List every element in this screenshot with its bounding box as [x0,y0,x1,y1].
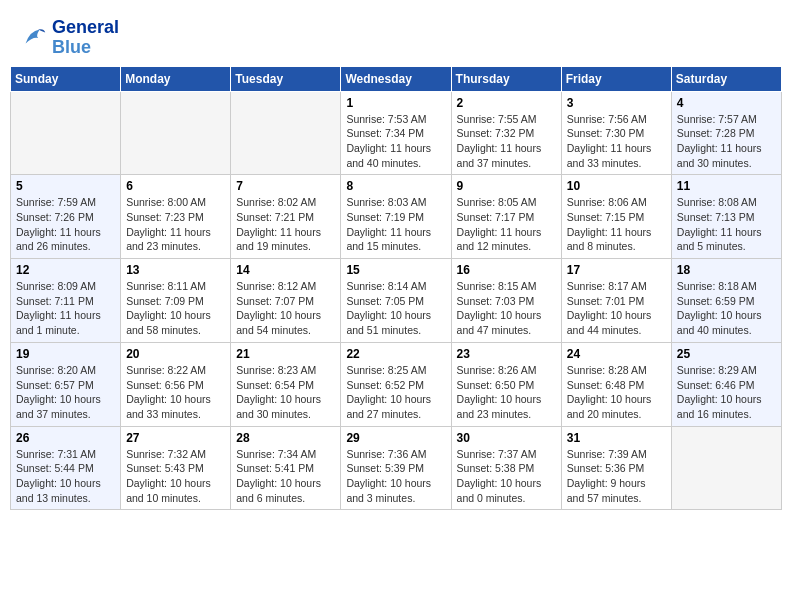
calendar-cell [671,426,781,510]
day-number: 15 [346,263,445,277]
day-number: 13 [126,263,225,277]
calendar-cell: 12Sunrise: 8:09 AMSunset: 7:11 PMDayligh… [11,259,121,343]
day-number: 2 [457,96,556,110]
day-info: Sunrise: 8:09 AMSunset: 7:11 PMDaylight:… [16,279,115,338]
calendar-cell [231,91,341,175]
day-number: 4 [677,96,776,110]
day-info: Sunrise: 7:37 AMSunset: 5:38 PMDaylight:… [457,447,556,506]
calendar-cell: 1Sunrise: 7:53 AMSunset: 7:34 PMDaylight… [341,91,451,175]
calendar-cell: 4Sunrise: 7:57 AMSunset: 7:28 PMDaylight… [671,91,781,175]
day-info: Sunrise: 8:06 AMSunset: 7:15 PMDaylight:… [567,195,666,254]
calendar-cell: 19Sunrise: 8:20 AMSunset: 6:57 PMDayligh… [11,342,121,426]
day-info: Sunrise: 8:28 AMSunset: 6:48 PMDaylight:… [567,363,666,422]
day-number: 10 [567,179,666,193]
calendar-cell: 5Sunrise: 7:59 AMSunset: 7:26 PMDaylight… [11,175,121,259]
day-number: 8 [346,179,445,193]
logo: General Blue [20,18,119,58]
day-info: Sunrise: 7:53 AMSunset: 7:34 PMDaylight:… [346,112,445,171]
day-info: Sunrise: 7:34 AMSunset: 5:41 PMDaylight:… [236,447,335,506]
day-info: Sunrise: 8:22 AMSunset: 6:56 PMDaylight:… [126,363,225,422]
calendar-cell: 31Sunrise: 7:39 AMSunset: 5:36 PMDayligh… [561,426,671,510]
weekday-header-friday: Friday [561,66,671,91]
weekday-header-sunday: Sunday [11,66,121,91]
calendar-cell: 16Sunrise: 8:15 AMSunset: 7:03 PMDayligh… [451,259,561,343]
day-number: 22 [346,347,445,361]
day-number: 5 [16,179,115,193]
calendar-cell: 2Sunrise: 7:55 AMSunset: 7:32 PMDaylight… [451,91,561,175]
day-info: Sunrise: 7:36 AMSunset: 5:39 PMDaylight:… [346,447,445,506]
day-info: Sunrise: 7:56 AMSunset: 7:30 PMDaylight:… [567,112,666,171]
day-number: 6 [126,179,225,193]
day-number: 24 [567,347,666,361]
calendar-cell: 23Sunrise: 8:26 AMSunset: 6:50 PMDayligh… [451,342,561,426]
calendar-cell: 11Sunrise: 8:08 AMSunset: 7:13 PMDayligh… [671,175,781,259]
weekday-header-saturday: Saturday [671,66,781,91]
day-info: Sunrise: 8:29 AMSunset: 6:46 PMDaylight:… [677,363,776,422]
day-info: Sunrise: 7:39 AMSunset: 5:36 PMDaylight:… [567,447,666,506]
day-info: Sunrise: 8:05 AMSunset: 7:17 PMDaylight:… [457,195,556,254]
calendar-week-2: 5Sunrise: 7:59 AMSunset: 7:26 PMDaylight… [11,175,782,259]
calendar-table: SundayMondayTuesdayWednesdayThursdayFrid… [10,66,782,511]
calendar-cell: 7Sunrise: 8:02 AMSunset: 7:21 PMDaylight… [231,175,341,259]
day-number: 30 [457,431,556,445]
day-info: Sunrise: 8:11 AMSunset: 7:09 PMDaylight:… [126,279,225,338]
logo-text: General Blue [52,18,119,58]
weekday-header-monday: Monday [121,66,231,91]
day-number: 16 [457,263,556,277]
day-info: Sunrise: 7:57 AMSunset: 7:28 PMDaylight:… [677,112,776,171]
day-number: 29 [346,431,445,445]
day-number: 20 [126,347,225,361]
calendar-cell: 27Sunrise: 7:32 AMSunset: 5:43 PMDayligh… [121,426,231,510]
day-info: Sunrise: 8:12 AMSunset: 7:07 PMDaylight:… [236,279,335,338]
calendar-cell: 9Sunrise: 8:05 AMSunset: 7:17 PMDaylight… [451,175,561,259]
calendar-cell: 14Sunrise: 8:12 AMSunset: 7:07 PMDayligh… [231,259,341,343]
calendar-cell: 25Sunrise: 8:29 AMSunset: 6:46 PMDayligh… [671,342,781,426]
day-info: Sunrise: 8:14 AMSunset: 7:05 PMDaylight:… [346,279,445,338]
calendar-cell: 15Sunrise: 8:14 AMSunset: 7:05 PMDayligh… [341,259,451,343]
weekday-header-tuesday: Tuesday [231,66,341,91]
day-info: Sunrise: 7:59 AMSunset: 7:26 PMDaylight:… [16,195,115,254]
calendar-cell: 6Sunrise: 8:00 AMSunset: 7:23 PMDaylight… [121,175,231,259]
calendar-week-3: 12Sunrise: 8:09 AMSunset: 7:11 PMDayligh… [11,259,782,343]
calendar-cell: 29Sunrise: 7:36 AMSunset: 5:39 PMDayligh… [341,426,451,510]
calendar-cell: 26Sunrise: 7:31 AMSunset: 5:44 PMDayligh… [11,426,121,510]
calendar-cell [11,91,121,175]
day-info: Sunrise: 8:08 AMSunset: 7:13 PMDaylight:… [677,195,776,254]
day-number: 11 [677,179,776,193]
day-number: 21 [236,347,335,361]
day-info: Sunrise: 8:26 AMSunset: 6:50 PMDaylight:… [457,363,556,422]
day-info: Sunrise: 8:03 AMSunset: 7:19 PMDaylight:… [346,195,445,254]
day-number: 9 [457,179,556,193]
day-number: 25 [677,347,776,361]
day-number: 7 [236,179,335,193]
calendar-cell: 24Sunrise: 8:28 AMSunset: 6:48 PMDayligh… [561,342,671,426]
day-number: 1 [346,96,445,110]
day-info: Sunrise: 8:25 AMSunset: 6:52 PMDaylight:… [346,363,445,422]
day-info: Sunrise: 8:18 AMSunset: 6:59 PMDaylight:… [677,279,776,338]
calendar-cell: 3Sunrise: 7:56 AMSunset: 7:30 PMDaylight… [561,91,671,175]
day-info: Sunrise: 8:23 AMSunset: 6:54 PMDaylight:… [236,363,335,422]
day-info: Sunrise: 7:31 AMSunset: 5:44 PMDaylight:… [16,447,115,506]
calendar-cell: 20Sunrise: 8:22 AMSunset: 6:56 PMDayligh… [121,342,231,426]
calendar-cell: 10Sunrise: 8:06 AMSunset: 7:15 PMDayligh… [561,175,671,259]
day-number: 19 [16,347,115,361]
calendar-cell: 18Sunrise: 8:18 AMSunset: 6:59 PMDayligh… [671,259,781,343]
calendar-cell: 17Sunrise: 8:17 AMSunset: 7:01 PMDayligh… [561,259,671,343]
day-number: 28 [236,431,335,445]
calendar-week-4: 19Sunrise: 8:20 AMSunset: 6:57 PMDayligh… [11,342,782,426]
calendar-cell: 28Sunrise: 7:34 AMSunset: 5:41 PMDayligh… [231,426,341,510]
day-info: Sunrise: 7:32 AMSunset: 5:43 PMDaylight:… [126,447,225,506]
day-info: Sunrise: 8:17 AMSunset: 7:01 PMDaylight:… [567,279,666,338]
day-number: 12 [16,263,115,277]
page-header: General Blue [10,10,782,62]
day-number: 27 [126,431,225,445]
calendar-cell: 30Sunrise: 7:37 AMSunset: 5:38 PMDayligh… [451,426,561,510]
day-info: Sunrise: 7:55 AMSunset: 7:32 PMDaylight:… [457,112,556,171]
calendar-cell: 21Sunrise: 8:23 AMSunset: 6:54 PMDayligh… [231,342,341,426]
day-number: 31 [567,431,666,445]
day-info: Sunrise: 8:15 AMSunset: 7:03 PMDaylight:… [457,279,556,338]
day-number: 17 [567,263,666,277]
day-info: Sunrise: 8:00 AMSunset: 7:23 PMDaylight:… [126,195,225,254]
calendar-cell: 8Sunrise: 8:03 AMSunset: 7:19 PMDaylight… [341,175,451,259]
calendar-week-1: 1Sunrise: 7:53 AMSunset: 7:34 PMDaylight… [11,91,782,175]
